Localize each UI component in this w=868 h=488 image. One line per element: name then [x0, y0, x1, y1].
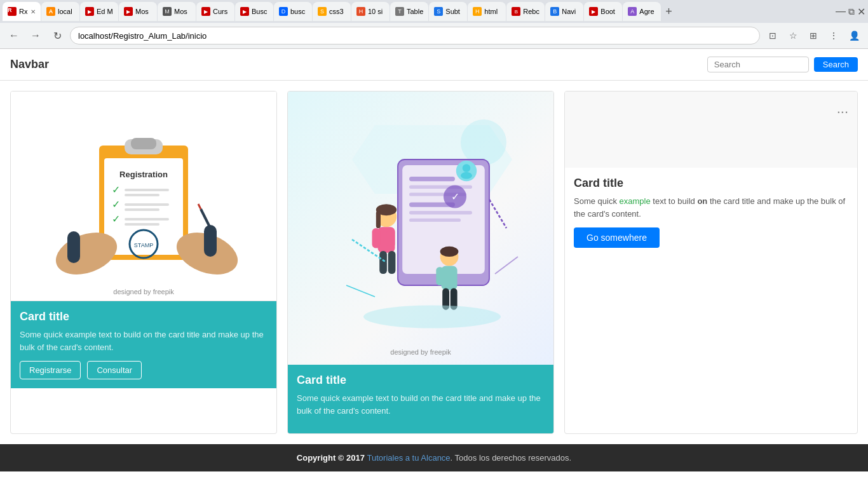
- people-illustration: ✓: [306, 114, 535, 342]
- tab-table[interactable]: T Table: [390, 2, 428, 21]
- svg-rect-39: [372, 228, 381, 248]
- svg-text:Registration: Registration: [119, 170, 168, 179]
- account-icon[interactable]: 👤: [845, 27, 863, 44]
- search-button[interactable]: Search: [814, 57, 858, 72]
- tab-label-boot: Boot: [600, 8, 615, 15]
- tab-label-curs: Curs: [213, 8, 227, 15]
- tab-favicon-mos2: M: [163, 7, 172, 16]
- settings-icon[interactable]: ⋮: [825, 27, 843, 44]
- bookmark-icon[interactable]: ☆: [784, 27, 802, 44]
- svg-rect-9: [125, 203, 169, 206]
- browser-chrome: R Rx ✕ A local ▶ Ed M ▶ Mos M Mos ▶ Curs…: [0, 0, 868, 49]
- tab-favicon-curs: ▶: [201, 7, 210, 16]
- tab-busc2[interactable]: D busc: [274, 2, 312, 21]
- address-input[interactable]: [70, 27, 760, 44]
- tab-label-mos1: Mos: [135, 8, 149, 15]
- close-btn[interactable]: ✕: [857, 6, 865, 18]
- tab-agre[interactable]: A Agre: [623, 2, 661, 21]
- card3-bold-on: on: [697, 196, 707, 206]
- tab-label-css3: css3: [329, 8, 344, 15]
- card-2-title: Card title: [297, 374, 545, 387]
- search-input[interactable]: [707, 57, 809, 72]
- svg-rect-7: [125, 194, 159, 196]
- card-1-title: Card title: [20, 310, 268, 323]
- card2-freepik-credit: designed by freepik: [390, 348, 451, 356]
- svg-rect-27: [409, 186, 472, 189]
- registrarse-button[interactable]: Registrarse: [20, 361, 81, 379]
- tab-favicon-agre: A: [628, 7, 637, 16]
- forward-button[interactable]: →: [27, 27, 44, 44]
- tab-label-10si: 10 si: [368, 8, 383, 15]
- new-tab-button[interactable]: +: [661, 5, 676, 18]
- tab-navi[interactable]: B Navi: [545, 2, 583, 21]
- navbar-brand: Navbar: [10, 58, 49, 71]
- tab-label-local: local: [58, 8, 72, 15]
- minimize-btn[interactable]: —: [836, 6, 846, 17]
- tab-favicon-busc1: ▶: [240, 7, 249, 16]
- tab-curs[interactable]: ▶ Curs: [196, 2, 234, 21]
- svg-point-23: [461, 119, 506, 165]
- tab-label-navi: Navi: [562, 8, 576, 15]
- svg-text:STAMP: STAMP: [134, 242, 153, 248]
- svg-rect-26: [409, 177, 455, 181]
- card-2-image: ✓: [288, 92, 553, 365]
- reload-button[interactable]: ↻: [48, 27, 66, 44]
- main-content: Registration ✓ ✓ ✓ STAMP: [0, 81, 868, 444]
- tab-close-btn[interactable]: ✕: [31, 8, 36, 15]
- svg-rect-40: [387, 228, 395, 248]
- svg-rect-47: [436, 267, 444, 285]
- tab-favicon-busc2: D: [279, 7, 288, 16]
- tab-10si[interactable]: H 10 si: [351, 2, 390, 21]
- tab-boot[interactable]: ▶ Boot: [584, 2, 622, 21]
- svg-rect-3: [131, 138, 156, 149]
- consultar-button[interactable]: Consultar: [87, 361, 142, 379]
- card-2: ✓: [287, 91, 554, 434]
- tab-subt[interactable]: S Subt: [429, 2, 467, 21]
- toolbar-icons: ⊡ ☆ ⊞ ⋮ 👤: [764, 27, 863, 44]
- tab-label-rx: Rx: [19, 8, 27, 15]
- svg-rect-30: [409, 211, 472, 214]
- svg-rect-19: [204, 225, 217, 257]
- go-somewhere-button[interactable]: Go somewhere: [574, 227, 660, 248]
- window-controls: — ⧉ ✕: [836, 6, 865, 18]
- tab-css3[interactable]: S css3: [313, 2, 351, 21]
- tab-edm[interactable]: ▶ Ed M: [80, 2, 118, 21]
- tab-active[interactable]: R Rx ✕: [3, 2, 41, 21]
- tab-favicon-css3: S: [318, 7, 327, 16]
- tab-mos1[interactable]: ▶ Mos: [119, 2, 157, 21]
- svg-rect-13: [125, 223, 159, 226]
- tab-label-edm: Ed M: [97, 8, 113, 15]
- extension-icon[interactable]: ⊞: [804, 27, 822, 44]
- restore-btn[interactable]: ⧉: [848, 6, 855, 17]
- navbar-right: Search: [707, 57, 858, 72]
- svg-line-55: [346, 285, 375, 297]
- tab-favicon-10si: H: [356, 7, 365, 16]
- tab-busc1[interactable]: ▶ Busc: [235, 2, 273, 21]
- footer-end: . Todos los derechos reservados.: [451, 453, 572, 463]
- card-1: Registration ✓ ✓ ✓ STAMP: [10, 91, 277, 434]
- tab-mos2[interactable]: M Mos: [158, 2, 196, 21]
- tab-local[interactable]: A local: [41, 2, 79, 21]
- tab-favicon-table: T: [395, 7, 404, 16]
- svg-rect-31: [409, 219, 461, 222]
- tab-favicon-html: H: [473, 7, 482, 16]
- tab-html[interactable]: H html: [468, 2, 506, 21]
- tab-rebc[interactable]: B Rebc: [506, 2, 545, 21]
- card-3-body: Card title Some quick example text to bu…: [565, 168, 857, 257]
- card-1-body: Card title Some quick example text to bu…: [11, 301, 276, 388]
- tab-favicon-rebc: B: [512, 7, 520, 16]
- back-button[interactable]: ←: [5, 27, 23, 44]
- cast-icon[interactable]: ⊡: [764, 27, 782, 44]
- footer-link[interactable]: Tutoriales a tu Alcance: [367, 453, 451, 463]
- card-1-text: Some quick example text to build on the …: [20, 329, 268, 353]
- footer-copyright: Copyright © 2017: [297, 453, 367, 463]
- svg-rect-41: [379, 251, 387, 274]
- tab-favicon-subt: S: [434, 7, 443, 16]
- svg-point-51: [440, 247, 459, 257]
- tab-label-mos2: Mos: [174, 8, 187, 15]
- tab-favicon-edm: ▶: [85, 7, 94, 16]
- svg-rect-10: [125, 208, 159, 211]
- card-2-body: Card title Some quick example text to bu…: [288, 365, 553, 433]
- address-bar-row: ← → ↻ ⊡ ☆ ⊞ ⋮ 👤: [0, 23, 868, 48]
- svg-rect-48: [449, 267, 457, 285]
